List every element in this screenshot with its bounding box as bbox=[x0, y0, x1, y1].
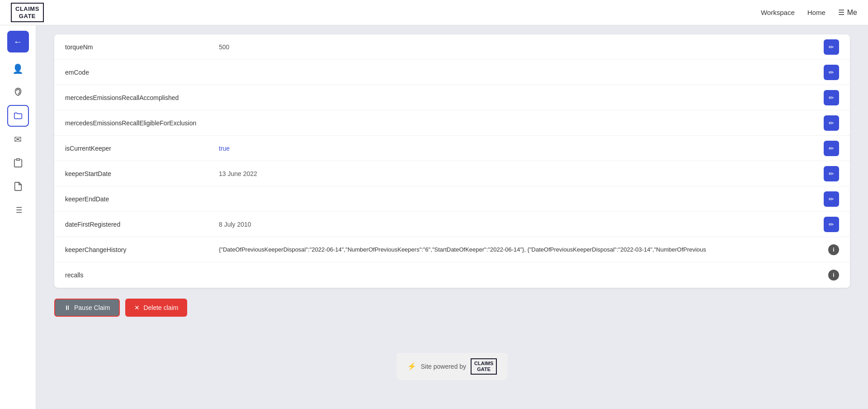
info-button-keeper-history[interactable]: i bbox=[828, 244, 839, 255]
row-label-recall-acc: mercedesEmissionsRecallAccomplished bbox=[65, 94, 219, 101]
row-value-keeper-history: {"DateOfPreviousKeeperDisposal":"2022-06… bbox=[219, 246, 812, 253]
footer-badge: ⚡ Site powered by CLAIMS GATE bbox=[396, 353, 508, 380]
table-row: mercedesEmissionsRecallEligibleForExclus… bbox=[54, 110, 850, 136]
row-actions-keeper-end: ✏ bbox=[824, 191, 839, 207]
row-actions-recalls: i bbox=[828, 270, 839, 281]
header-nav: Workspace Home ☰ Me bbox=[761, 8, 857, 17]
footer-logo: CLAIMS GATE bbox=[471, 358, 497, 375]
edit-button-torquenm[interactable]: ✏ bbox=[824, 39, 839, 55]
back-button[interactable]: ← bbox=[7, 31, 29, 52]
table-row: dateFirstRegistered 8 July 2010 ✏ bbox=[54, 212, 850, 237]
main-content: torqueNm 500 ✏ emCode ✏ mercedesEmission… bbox=[36, 25, 868, 409]
row-actions-torquenm: ✏ bbox=[824, 39, 839, 55]
home-link[interactable]: Home bbox=[807, 9, 826, 16]
edit-button-keeper-end[interactable]: ✏ bbox=[824, 191, 839, 207]
table-row: keeperStartDate 13 June 2022 ✏ bbox=[54, 161, 850, 186]
row-label-recalls: recalls bbox=[65, 271, 219, 279]
edit-button-current-keeper[interactable]: ✏ bbox=[824, 141, 839, 156]
table-row: recalls i bbox=[54, 262, 850, 288]
row-actions-keeper-history: i bbox=[828, 244, 839, 255]
row-actions-recall-elig: ✏ bbox=[824, 115, 839, 131]
table-row: keeperEndDate ✏ bbox=[54, 186, 850, 212]
me-menu[interactable]: ☰ Me bbox=[838, 8, 857, 17]
row-value-date-first-reg: 8 July 2010 bbox=[219, 221, 812, 228]
row-label-torquenm: torqueNm bbox=[65, 43, 219, 51]
row-actions-date-first-reg: ✏ bbox=[824, 217, 839, 232]
edit-button-emcode[interactable]: ✏ bbox=[824, 65, 839, 80]
row-label-keeper-history: keeperChangeHistory bbox=[65, 246, 219, 253]
data-table: torqueNm 500 ✏ emCode ✏ mercedesEmission… bbox=[54, 34, 850, 288]
powered-by-text: Site powered by bbox=[421, 363, 466, 370]
pause-claim-button[interactable]: ⏸ Pause Claim bbox=[54, 299, 120, 317]
row-actions-current-keeper: ✏ bbox=[824, 141, 839, 156]
me-label: Me bbox=[847, 9, 857, 17]
table-row: isCurrentKeeper true ✏ bbox=[54, 136, 850, 161]
header: CLAIMS GATE Workspace Home ☰ Me bbox=[0, 0, 868, 25]
hamburger-icon: ☰ bbox=[838, 8, 844, 17]
sidebar-item-mail[interactable]: ✉ bbox=[7, 128, 29, 150]
row-label-keeper-end: keeperEndDate bbox=[65, 195, 219, 203]
edit-button-keeper-start[interactable]: ✏ bbox=[824, 166, 839, 181]
row-value-keeper-start: 13 June 2022 bbox=[219, 170, 812, 177]
sidebar-item-fingerprint[interactable] bbox=[7, 81, 29, 103]
row-actions-recall-acc: ✏ bbox=[824, 90, 839, 105]
close-icon: ✕ bbox=[134, 304, 140, 311]
row-actions-emcode: ✏ bbox=[824, 65, 839, 80]
action-row: ⏸ Pause Claim ✕ Delete claim bbox=[54, 299, 850, 317]
footer: ⚡ Site powered by CLAIMS GATE bbox=[54, 342, 850, 391]
edit-button-recall-elig[interactable]: ✏ bbox=[824, 115, 839, 131]
pause-label: Pause Claim bbox=[74, 304, 110, 311]
delete-label: Delete claim bbox=[143, 304, 178, 311]
row-value-torquenm: 500 bbox=[219, 43, 812, 51]
table-row: keeperChangeHistory {"DateOfPreviousKeep… bbox=[54, 237, 850, 262]
sidebar-item-clipboard[interactable] bbox=[7, 152, 29, 174]
lightning-icon: ⚡ bbox=[407, 362, 416, 371]
workspace-link[interactable]: Workspace bbox=[761, 9, 795, 16]
edit-button-date-first-reg[interactable]: ✏ bbox=[824, 217, 839, 232]
row-label-recall-elig: mercedesEmissionsRecallEligibleForExclus… bbox=[65, 119, 219, 127]
pause-icon: ⏸ bbox=[64, 304, 71, 311]
row-label-date-first-reg: dateFirstRegistered bbox=[65, 221, 219, 228]
sidebar: ← 👤 ✉ bbox=[0, 25, 36, 409]
sidebar-item-contact[interactable]: 👤 bbox=[7, 58, 29, 80]
table-row: torqueNm 500 ✏ bbox=[54, 34, 850, 60]
edit-button-recall-acc[interactable]: ✏ bbox=[824, 90, 839, 105]
svg-rect-0 bbox=[16, 159, 19, 161]
sidebar-item-folder[interactable] bbox=[7, 105, 29, 127]
row-label-emcode: emCode bbox=[65, 69, 219, 76]
row-value-current-keeper: true bbox=[219, 145, 812, 152]
row-label-keeper-start: keeperStartDate bbox=[65, 170, 219, 177]
info-button-recalls[interactable]: i bbox=[828, 270, 839, 281]
table-row: emCode ✏ bbox=[54, 60, 850, 85]
row-actions-keeper-start: ✏ bbox=[824, 166, 839, 181]
sidebar-item-list[interactable] bbox=[7, 199, 29, 221]
logo[interactable]: CLAIMS GATE bbox=[11, 3, 44, 22]
delete-claim-button[interactable]: ✕ Delete claim bbox=[125, 299, 187, 317]
table-row: mercedesEmissionsRecallAccomplished ✏ bbox=[54, 85, 850, 110]
row-label-current-keeper: isCurrentKeeper bbox=[65, 145, 219, 152]
sidebar-item-file[interactable] bbox=[7, 176, 29, 197]
